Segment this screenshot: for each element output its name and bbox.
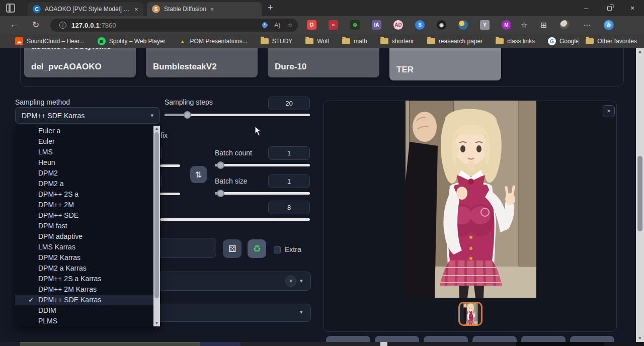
bookmark-item[interactable]: class links: [496, 38, 535, 45]
image-action-button[interactable]: [472, 336, 517, 342]
sampler-option[interactable]: DPM2 a Karras: [15, 263, 160, 274]
sampler-option[interactable]: DPM2: [15, 168, 160, 179]
image-action-button[interactable]: [424, 336, 468, 342]
extension-icon[interactable]: »: [329, 20, 338, 30]
script-dropdown[interactable]: [160, 304, 311, 322]
bookmark-item[interactable]: STUDY: [261, 38, 293, 45]
browser-tab[interactable]: S Stable Diffusion ×: [147, 2, 262, 16]
clear-selection-icon[interactable]: ×: [285, 276, 296, 287]
profile-avatar[interactable]: [560, 20, 570, 30]
gallery-thumbnail[interactable]: [458, 302, 482, 326]
batch-count-slider[interactable]: [215, 164, 310, 166]
sampler-option[interactable]: DPM++ 2M Karras: [15, 284, 160, 295]
batch-size-slider[interactable]: [215, 192, 310, 195]
sampler-option[interactable]: DPM adaptive: [15, 231, 160, 242]
generated-image[interactable]: [406, 101, 536, 298]
scroll-down-icon[interactable]: ▼: [153, 320, 160, 326]
extension-icon[interactable]: S: [415, 20, 425, 30]
sampler-option[interactable]: DPM++ 2M: [15, 200, 160, 210]
slider-thumb[interactable]: [184, 111, 191, 119]
bookmark-item[interactable]: Wolf: [305, 38, 329, 45]
refresh-icon[interactable]: ↻: [32, 20, 39, 30]
cfg-scale-input[interactable]: 8: [268, 201, 310, 214]
extension-icon[interactable]: AD: [393, 20, 403, 30]
slider-thumb[interactable]: [217, 190, 224, 197]
workspaces-icon[interactable]: [6, 4, 15, 13]
bookmark-item[interactable]: ☁ SoundCloud – Hear...: [15, 37, 85, 45]
new-tab-button[interactable]: +: [268, 3, 273, 13]
more-menu-icon[interactable]: ⋯: [583, 21, 591, 30]
sampler-option[interactable]: Heun: [15, 157, 160, 168]
random-seed-button[interactable]: ⚄: [223, 239, 242, 258]
extension-icon[interactable]: Y: [480, 20, 490, 30]
tab-close-icon[interactable]: ×: [210, 6, 214, 13]
scroll-up-icon[interactable]: ▲: [636, 49, 644, 55]
extension-icon[interactable]: M: [502, 20, 511, 30]
collections-icon[interactable]: ⊞: [540, 21, 547, 30]
extension-icon[interactable]: ♲: [350, 20, 360, 30]
window-minimize-button[interactable]: –: [575, 0, 598, 16]
window-restore-button[interactable]: [598, 0, 621, 16]
image-action-button[interactable]: [375, 336, 419, 342]
batch-count-input[interactable]: 1: [268, 146, 310, 160]
bookmarks-overflow-icon[interactable]: ›: [569, 37, 572, 45]
cfg-scale-slider[interactable]: [160, 218, 310, 221]
scrollbar-thumb[interactable]: [637, 156, 642, 231]
image-action-button[interactable]: [521, 336, 566, 342]
sampler-option[interactable]: LMS: [15, 147, 160, 157]
width-slider-partial[interactable]: [160, 164, 180, 167]
reuse-seed-button[interactable]: ♻: [248, 239, 266, 258]
browser-tab[interactable]: C AOAOKO [PVC Style Model] - PV ×: [28, 2, 143, 16]
add-favorite-icon[interactable]: ☆: [287, 22, 293, 29]
checkpoint-card[interactable]: Dure-10: [268, 48, 379, 77]
sampler-option[interactable]: DPM++ 2S a Karras: [15, 274, 160, 284]
scrollbar-thumb[interactable]: [154, 132, 159, 298]
sampler-option[interactable]: ✓ DPM++ SDE Karras: [15, 295, 160, 305]
address-bar[interactable]: i 127.0.0.1:7860 A) ☆: [50, 19, 298, 32]
checkpoint-card[interactable]: BumblesteakV2: [146, 48, 258, 77]
sampling-steps-input[interactable]: 20: [268, 97, 310, 110]
slider-thumb[interactable]: [217, 161, 224, 169]
bing-chat-icon[interactable]: b: [604, 20, 614, 30]
checkpoint-card[interactable]: aoaoko PvcStyleMo del_pvcAOAOKO: [24, 48, 136, 77]
dropdown-scrollbar[interactable]: ▲ ▼: [153, 126, 160, 326]
scroll-down-icon[interactable]: ▼: [636, 335, 644, 341]
window-close-button[interactable]: ×: [621, 0, 644, 16]
favorites-bar-icon[interactable]: ☆: [521, 21, 527, 30]
sampler-option[interactable]: DPM2 a: [15, 179, 160, 189]
extension-icon[interactable]: ◉: [437, 20, 446, 30]
swap-dimensions-button[interactable]: ⇅: [190, 166, 207, 183]
site-info-icon[interactable]: i: [59, 22, 66, 29]
browser-scrollbar[interactable]: ▲ ▼: [636, 48, 644, 342]
bookmark-item[interactable]: ≋ Spotify – Web Player: [98, 37, 166, 45]
image-action-button[interactable]: [570, 336, 614, 342]
bookmark-item[interactable]: reasearch paper: [427, 38, 482, 45]
extension-icon[interactable]: [458, 20, 468, 30]
tab-close-icon[interactable]: ×: [134, 6, 138, 13]
tag-icon[interactable]: [261, 22, 268, 29]
sampler-option[interactable]: LMS Karras: [15, 242, 160, 252]
sampler-option[interactable]: DPM fast: [15, 221, 160, 231]
read-aloud-icon[interactable]: A): [274, 22, 280, 29]
extra-seed-checkbox[interactable]: [274, 246, 281, 253]
bookmark-item[interactable]: shortenr: [380, 38, 414, 45]
sampler-option[interactable]: DPM++ 2S a: [15, 189, 160, 200]
extension-icon[interactable]: IA: [372, 20, 381, 30]
sampler-option[interactable]: Euler a: [15, 126, 160, 136]
sampling-method-select[interactable]: DPM++ SDE Karras ▾: [15, 107, 160, 124]
batch-size-input[interactable]: 1: [268, 175, 310, 188]
scroll-up-icon[interactable]: ▲: [153, 126, 160, 132]
checkpoint-card[interactable]: TER: [389, 48, 501, 80]
sampling-steps-slider[interactable]: [165, 114, 310, 116]
sampler-option[interactable]: Euler: [15, 136, 160, 147]
extension-icon[interactable]: O: [307, 20, 316, 30]
seed-input[interactable]: [160, 238, 216, 258]
bookmark-item[interactable]: ▲ POM Presentations...: [179, 37, 248, 45]
sampler-option[interactable]: DPM2 Karras: [15, 252, 160, 263]
bookmark-item[interactable]: math: [342, 38, 367, 45]
sampler-option[interactable]: DPM++ SDE: [15, 210, 160, 221]
sampler-option[interactable]: DDIM: [15, 305, 160, 316]
close-preview-button[interactable]: ×: [603, 105, 615, 117]
image-action-button[interactable]: [326, 336, 370, 342]
other-favorites-button[interactable]: Other favorites: [586, 38, 637, 45]
